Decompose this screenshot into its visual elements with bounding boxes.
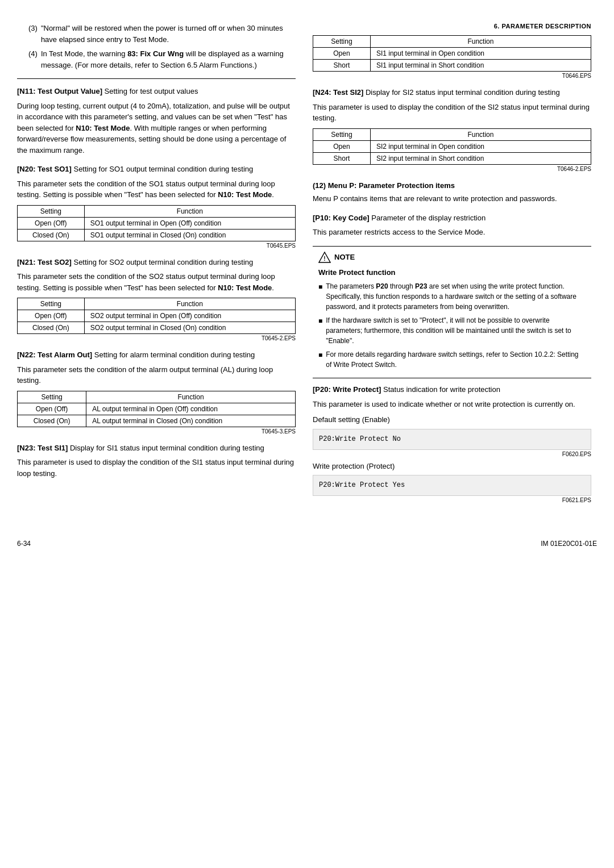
n11-body: During loop testing, current output (4 t… xyxy=(17,101,296,156)
n11-title-suffix: Setting for test output values xyxy=(102,87,198,95)
intro-item-4: (4) In Test Mode, the warning 83: Fix Cu… xyxy=(28,48,296,70)
si1-th-function: Function xyxy=(370,36,591,48)
n22-title-suffix: Setting for alarm terminal condition dur… xyxy=(92,350,255,359)
si1-setting-2: Short xyxy=(313,60,371,72)
n24-th-setting: Setting xyxy=(313,128,371,140)
n20-th-setting: Setting xyxy=(18,205,85,217)
menu-p-body: Menu P contains items that are relevant … xyxy=(313,193,591,205)
n20-func-1: SO1 output terminal in Open (Off) condit… xyxy=(84,217,295,229)
p20-title: [P20: Write Protect] xyxy=(313,385,381,394)
n21-table-ref: T0645-2.EPS xyxy=(17,335,296,341)
n21-body: This parameter sets the condition of the… xyxy=(17,271,296,293)
menu-p-block: (12) Menu P: Parameter Protection items … xyxy=(313,180,591,205)
n21-func-2: SO2 output terminal in Closed (On) condi… xyxy=(84,322,295,334)
note-text-2: If the hardware switch is set to "Protec… xyxy=(326,315,586,346)
n22-body: This parameter sets the condition of the… xyxy=(17,364,296,386)
p20-code1-text: P20:Write Protect No xyxy=(319,435,401,443)
right-column: 6. PARAMETER DESCRIPTION Setting Functio… xyxy=(313,23,591,511)
n22-block: [N22: Test Alarm Out] Setting for alarm … xyxy=(17,349,296,435)
si1-th-setting: Setting xyxy=(313,36,371,48)
n21-title-suffix: Setting for SO2 output terminal conditio… xyxy=(72,258,253,266)
note-heading: Write Protect function xyxy=(318,267,586,278)
intro-num-4: (4) xyxy=(28,48,38,70)
n21-th-function: Function xyxy=(84,298,295,310)
p20-code2: P20:Write Protect Yes xyxy=(313,475,591,496)
bullet-1: ■ xyxy=(318,282,322,312)
n21-table: Setting Function Open (Off) SO2 output t… xyxy=(17,298,296,334)
si1-func-2: SI1 input terminal in Short condition xyxy=(370,60,591,72)
n22-setting-2: Closed (On) xyxy=(18,415,86,427)
n24-block: [N24: Test SI2] Display for SI2 status i… xyxy=(313,87,591,172)
n24-title-para: [N24: Test SI2] Display for SI2 status i… xyxy=(313,87,591,98)
si1-table-ref: T0646.EPS xyxy=(313,73,591,79)
caution-icon: ! xyxy=(318,251,331,264)
intro-block: (3) "Normal" will be restored when the p… xyxy=(17,23,296,70)
n22-table: Setting Function Open (Off) AL output te… xyxy=(17,391,296,427)
n24-title-suffix: Display for SI2 status input terminal co… xyxy=(363,88,559,97)
si1-row-1: Open SI1 input terminal in Open conditio… xyxy=(313,48,591,60)
p10-block: [P10: Key Code] Parameter of the display… xyxy=(313,212,591,238)
si1-setting-1: Open xyxy=(313,48,371,60)
note-item-1: ■ The parameters P20 through P23 are set… xyxy=(318,281,586,312)
n22-th-function: Function xyxy=(86,391,296,403)
n20-title: [N20: Test SO1] xyxy=(17,165,72,173)
menu-p-heading: (12) Menu P: Parameter Protection items xyxy=(313,180,591,191)
n20-title-para: [N20: Test SO1] Setting for SO1 output t… xyxy=(17,164,296,175)
document-id: IM 01E20C01-01E xyxy=(541,540,597,548)
note-item-3: ■ For more details regarding hardware sw… xyxy=(318,349,586,370)
intro-item-3: (3) "Normal" will be restored when the p… xyxy=(28,23,296,45)
note-text-1: The parameters P20 through P23 are set w… xyxy=(326,281,586,312)
n21-title-para: [N21: Test SO2] Setting for SO2 output t… xyxy=(17,257,296,268)
n20-title-suffix: Setting for SO1 output terminal conditio… xyxy=(72,165,253,173)
p20-code2-text: P20:Write Protect Yes xyxy=(319,481,405,489)
n11-block: [N11: Test Output Value] Setting for tes… xyxy=(17,86,296,156)
n20-bold-ref: N10: Test Mode xyxy=(218,190,272,199)
p20-title-para: [P20: Write Protect] Status indication f… xyxy=(313,384,591,395)
si1-table-block: Setting Function Open SI1 input terminal… xyxy=(313,35,591,79)
n22-row-2: Closed (On) AL output terminal in Closed… xyxy=(18,415,296,427)
n20-func-2: SO1 output terminal in Closed (On) condi… xyxy=(84,229,295,241)
intro-text-3: "Normal" will be restored when the power… xyxy=(41,23,296,45)
p10-title-para: [P10: Key Code] Parameter of the display… xyxy=(313,212,591,224)
n24-table-ref: T0646-2.EPS xyxy=(313,166,591,172)
n21-title: [N21: Test SO2] xyxy=(17,258,72,266)
bullet-2: ■ xyxy=(318,316,322,346)
bullet-3: ■ xyxy=(318,350,322,370)
n22-table-ref: T0645-3.EPS xyxy=(17,428,296,435)
n11-title-para: [N11: Test Output Value] Setting for tes… xyxy=(17,86,296,97)
left-column: (3) "Normal" will be restored when the p… xyxy=(17,23,296,511)
n20-row-1: Open (Off) SO1 output terminal in Open (… xyxy=(18,217,296,229)
n24-row-2: Short SI2 input terminal in Short condit… xyxy=(313,152,591,164)
n23-title-para: [N23: Test SI1] Display for SI1 status i… xyxy=(17,443,296,454)
n24-title: [N24: Test SI2] xyxy=(313,88,363,97)
note-box: ! NOTE Write Protect function ■ The para… xyxy=(313,246,591,379)
n20-setting-2: Closed (On) xyxy=(18,229,85,241)
n21-block: [N21: Test SO2] Setting for SO2 output t… xyxy=(17,257,296,342)
divider-1 xyxy=(17,78,296,79)
p20-default-label: Default setting (Enable) xyxy=(313,414,591,425)
n24-setting-1: Open xyxy=(313,140,371,152)
n20-row-2: Closed (On) SO1 output terminal in Close… xyxy=(18,229,296,241)
n20-table: Setting Function Open (Off) SO1 output t… xyxy=(17,205,296,241)
n22-func-2: AL output terminal in Closed (On) condit… xyxy=(86,415,296,427)
n21-row-2: Closed (On) SO2 output terminal in Close… xyxy=(18,322,296,334)
n23-body: This parameter is used to display the co… xyxy=(17,457,296,479)
p20-code1-ref: F0620.EPS xyxy=(313,451,591,457)
section-header: 6. PARAMETER DESCRIPTION xyxy=(313,23,591,30)
p20-block: [P20: Write Protect] Status indication f… xyxy=(313,384,591,503)
p10-title: [P10: Key Code] xyxy=(313,214,370,222)
p20-body1: This parameter is used to indicate wheth… xyxy=(313,399,591,410)
si1-row-2: Short SI1 input terminal in Short condit… xyxy=(313,60,591,72)
n21-bold-ref: N10: Test Mode xyxy=(218,283,272,292)
n21-func-1: SO2 output terminal in Open (Off) condit… xyxy=(84,310,295,322)
n22-row-1: Open (Off) AL output terminal in Open (O… xyxy=(18,403,296,415)
n21-th-setting: Setting xyxy=(18,298,85,310)
n21-row-1: Open (Off) SO2 output terminal in Open (… xyxy=(18,310,296,322)
n24-th-function: Function xyxy=(370,128,591,140)
n24-func-1: SI2 input terminal in Open condition xyxy=(370,140,591,152)
n20-setting-1: Open (Off) xyxy=(18,217,85,229)
n24-func-2: SI2 input terminal in Short condition xyxy=(370,152,591,164)
note-label: NOTE xyxy=(334,253,355,261)
n24-row-1: Open SI2 input terminal in Open conditio… xyxy=(313,140,591,152)
n21-setting-2: Closed (On) xyxy=(18,322,85,334)
